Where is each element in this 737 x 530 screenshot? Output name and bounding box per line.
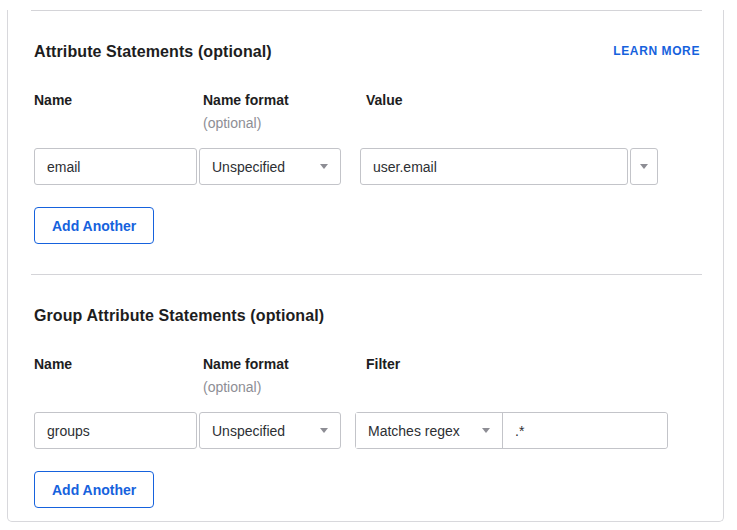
learn-more-link[interactable]: LEARN MORE [613, 43, 700, 59]
chevron-down-icon [320, 164, 328, 169]
group-attribute-name-input[interactable] [34, 412, 197, 449]
attribute-value-input[interactable] [360, 148, 628, 185]
column-header-name: Name [34, 92, 203, 132]
group-name-format-select[interactable]: Unspecified [199, 412, 341, 449]
attribute-statements-title: Attribute Statements (optional) [34, 42, 272, 61]
group-attribute-statement-row: Unspecified Matches regex [34, 412, 700, 449]
group-attribute-column-headers: Name Name format (optional) Filter [34, 356, 700, 396]
filter-type-selected-value: Matches regex [368, 423, 460, 439]
attribute-name-input[interactable] [34, 148, 197, 185]
chevron-down-icon [320, 428, 328, 433]
attribute-name-format-select[interactable]: Unspecified [199, 148, 341, 185]
group-filter-type-select[interactable]: Matches regex [356, 413, 503, 448]
chevron-down-icon [640, 164, 648, 169]
column-header-name: Name [34, 356, 203, 396]
group-attribute-statements-title: Group Attribute Statements (optional) [34, 306, 324, 325]
section-divider [31, 10, 702, 11]
column-header-value: Value [366, 92, 403, 132]
column-gap [341, 148, 360, 185]
add-another-attribute-button[interactable]: Add Another [34, 207, 154, 244]
column-header-optional-note: (optional) [203, 115, 366, 132]
chevron-down-icon [482, 428, 490, 433]
attribute-statements-section: Attribute Statements (optional) LEARN MO… [34, 42, 700, 244]
column-header-filter: Filter [366, 356, 400, 396]
section-divider [31, 274, 702, 275]
group-filter-value-input[interactable] [503, 413, 667, 448]
group-attribute-statements-section: Group Attribute Statements (optional) Na… [34, 306, 700, 508]
saml-settings-card: Attribute Statements (optional) LEARN MO… [7, 10, 724, 522]
attribute-column-headers: Name Name format (optional) Value [34, 92, 700, 132]
name-format-selected-value: Unspecified [212, 159, 285, 175]
add-another-group-attribute-button[interactable]: Add Another [34, 471, 154, 508]
column-gap [341, 412, 355, 449]
column-header-name-format: Name format (optional) [203, 92, 366, 132]
attribute-value-dropdown-button[interactable] [630, 148, 658, 185]
group-filter-group: Matches regex [355, 412, 668, 449]
name-format-selected-value: Unspecified [212, 423, 285, 439]
attribute-statement-row: Unspecified [34, 148, 700, 185]
column-header-name-format: Name format (optional) [203, 356, 366, 396]
column-header-optional-note: (optional) [203, 379, 366, 396]
